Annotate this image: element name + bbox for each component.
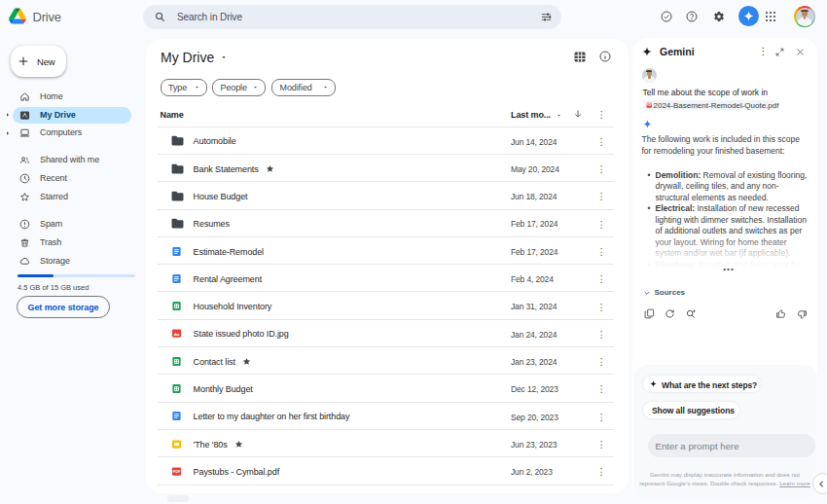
- svg-text:PDF: PDF: [173, 469, 181, 474]
